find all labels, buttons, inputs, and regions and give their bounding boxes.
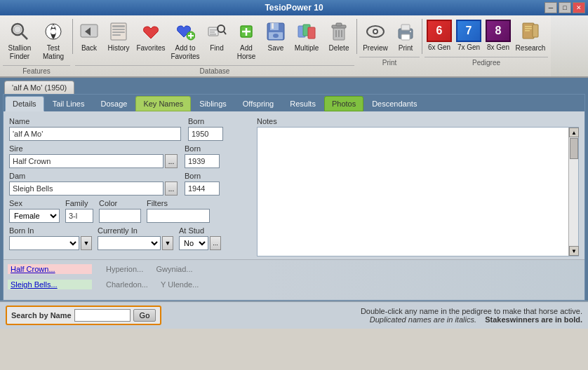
tab-offspring[interactable]: Offspring	[235, 96, 281, 111]
svg-rect-11	[112, 29, 125, 30]
at-stud-browse[interactable]: ...	[210, 236, 221, 250]
7x-gen-button[interactable]: 7 7x Gen	[454, 18, 483, 54]
name-input[interactable]	[9, 127, 181, 141]
svg-rect-13	[112, 34, 121, 36]
tab-results[interactable]: Results	[282, 96, 323, 111]
tab-photos[interactable]: Photos	[324, 96, 363, 111]
save-button[interactable]: Save	[262, 18, 290, 55]
family-input[interactable]	[65, 209, 93, 223]
find-button[interactable]: Find	[203, 18, 231, 55]
research-button[interactable]: Research	[513, 18, 548, 55]
scroll-down-arrow[interactable]: ▼	[569, 246, 579, 256]
pedigree-dam-link[interactable]: Sleigh Bells...	[8, 280, 92, 289]
sex-select[interactable]: Female Male Gelding	[9, 209, 60, 223]
notes-scrollbar[interactable]: ▲ ▼	[568, 128, 578, 256]
find-icon	[206, 20, 228, 43]
tab-bar: Details Tail Lines Dosage Key Names Sibl…	[4, 95, 584, 111]
svg-point-30	[273, 34, 279, 38]
minimize-button[interactable]: ─	[544, 2, 557, 13]
born-in-select[interactable]	[9, 236, 79, 250]
add-horse-button[interactable]: AddHorse	[231, 18, 262, 64]
dam-input[interactable]	[9, 181, 163, 196]
at-stud-select[interactable]: No Yes	[179, 236, 208, 250]
currently-arrow[interactable]: ▼	[162, 236, 173, 250]
toolbar-print-group: Preview Print Print	[359, 18, 420, 76]
back-icon	[78, 20, 100, 43]
preview-button[interactable]: Preview	[359, 18, 392, 55]
born-dam-input[interactable]	[185, 181, 220, 196]
svg-rect-28	[272, 23, 274, 29]
currently-select[interactable]	[98, 236, 161, 250]
pedigree-group-label: Pedigree	[425, 57, 548, 68]
color-input[interactable]	[99, 209, 141, 223]
multiple-button[interactable]: Multiple	[290, 18, 323, 55]
history-button[interactable]: History	[103, 18, 134, 55]
add-favorites-button[interactable]: Add toFavorites	[168, 18, 203, 64]
born-sire-input[interactable]	[185, 154, 220, 168]
add-horse-icon	[235, 20, 258, 43]
notes-content[interactable]	[258, 128, 568, 256]
svg-rect-36	[336, 23, 342, 26]
stallion-finder-button[interactable]: StallionFinder	[3, 18, 36, 64]
print-button[interactable]: Print	[392, 18, 420, 55]
tab-tail-lines[interactable]: Tail Lines	[45, 96, 93, 111]
favorites-button[interactable]: Favorites	[134, 18, 168, 55]
scroll-thumb[interactable]	[570, 138, 578, 159]
born-name-input[interactable]	[188, 127, 223, 141]
svg-rect-22	[210, 34, 216, 35]
preview-icon	[364, 20, 387, 43]
horse-tab[interactable]: 'alf A Mo' (1950)	[4, 81, 74, 94]
family-label: Family	[65, 199, 93, 207]
go-button[interactable]: Go	[133, 309, 156, 322]
filters-input[interactable]	[147, 209, 210, 223]
back-button[interactable]: Back	[75, 18, 103, 55]
tab-descendants[interactable]: Descendants	[364, 96, 425, 111]
dam-label: Dam	[9, 172, 178, 180]
notes-panel: ▲ ▼	[257, 127, 579, 256]
sire-input[interactable]	[9, 154, 163, 168]
8x-gen-icon: 8	[486, 20, 511, 42]
add-horse-label: AddHorse	[237, 44, 256, 61]
notes-section: Notes ▲ ▼	[257, 117, 579, 256]
svg-rect-44	[401, 25, 410, 30]
search-input[interactable]	[74, 309, 131, 322]
6x-gen-icon: 6	[427, 20, 452, 42]
delete-button[interactable]: Delete	[323, 18, 354, 55]
print-icon	[394, 20, 417, 43]
tab-siblings[interactable]: Siblings	[192, 96, 234, 111]
status-line1: Double-click any name in the pedigree to…	[361, 307, 582, 315]
title-buttons: ─ □ ✕	[544, 2, 585, 13]
stallion-finder-label: StallionFinder	[8, 44, 32, 61]
tab-details[interactable]: Details	[5, 96, 44, 111]
svg-rect-12	[112, 32, 125, 33]
pedigree-sire-link[interactable]: Half Crown...	[8, 264, 92, 274]
search-box: Search by Name Go	[6, 306, 161, 325]
research-label: Research	[516, 44, 546, 53]
tab-key-names[interactable]: Key Names	[135, 96, 191, 111]
sire-browse-button[interactable]: ...	[165, 154, 178, 168]
status-text: Double-click any name in the pedigree to…	[361, 307, 582, 324]
svg-line-19	[224, 32, 226, 34]
6x-gen-button[interactable]: 6 6x Gen	[425, 18, 454, 54]
svg-rect-45	[401, 34, 410, 40]
dam-browse-button[interactable]: ...	[165, 181, 178, 196]
pedigree-sire-ancestors: Hyperion... Gwyniad...	[106, 265, 193, 273]
8x-gen-label: 8x Gen	[487, 43, 509, 52]
tab-dosage[interactable]: Dosage	[93, 96, 135, 111]
scroll-up-arrow[interactable]: ▲	[569, 128, 579, 137]
born-in-arrow[interactable]: ▼	[81, 236, 92, 250]
status-line2-prefix: Duplicated names are in italics.	[370, 315, 476, 324]
8x-gen-button[interactable]: 8 8x Gen	[483, 18, 513, 54]
print-group-label: Print	[359, 57, 420, 68]
close-button[interactable]: ✕	[573, 2, 585, 13]
maximize-button[interactable]: □	[559, 2, 571, 13]
test-mating-button[interactable]: TestMating	[36, 18, 70, 64]
dam-row: Dam ... Born	[9, 172, 251, 196]
born-in-label: Born In	[9, 226, 92, 235]
print-label: Print	[399, 44, 413, 53]
svg-rect-51	[533, 25, 538, 37]
at-stud-label: At Stud	[179, 226, 221, 235]
scroll-track	[569, 137, 578, 246]
divider-3	[422, 19, 422, 54]
svg-rect-33	[308, 27, 315, 39]
